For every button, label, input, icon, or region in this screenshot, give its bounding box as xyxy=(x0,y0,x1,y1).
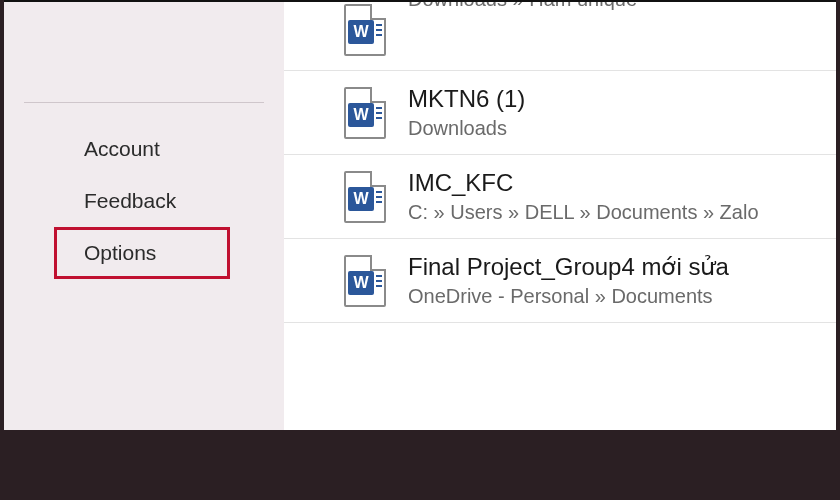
sidebar-item-account[interactable]: Account xyxy=(4,123,284,175)
document-row[interactable]: W Final Project_Group4 mới sửa OneDrive … xyxy=(284,239,836,323)
document-row[interactable]: W IMC_KFC C: » Users » DELL » Documents … xyxy=(284,155,836,239)
document-text: IMC_KFC C: » Users » DELL » Documents » … xyxy=(408,169,759,224)
document-row[interactable]: W Downloads » Hàm unique xyxy=(284,2,836,71)
sidebar-item-feedback[interactable]: Feedback xyxy=(4,175,284,227)
word-document-icon: W xyxy=(344,87,386,139)
word-document-icon: W xyxy=(344,4,386,56)
recent-documents-list: W Downloads » Hàm unique W MKTN6 (1) Dow… xyxy=(284,2,836,430)
document-path: Downloads xyxy=(408,117,525,140)
backstage-sidebar: Account Feedback Options xyxy=(4,2,284,430)
sidebar-item-options[interactable]: Options xyxy=(54,227,230,279)
document-title: IMC_KFC xyxy=(408,169,759,197)
document-title: Final Project_Group4 mới sửa xyxy=(408,253,729,281)
app-window: Account Feedback Options W Downloads » H… xyxy=(4,0,836,430)
sidebar-divider xyxy=(24,102,264,103)
sidebar-item-label: Feedback xyxy=(84,189,176,212)
word-document-icon: W xyxy=(344,171,386,223)
sidebar-item-label: Options xyxy=(84,241,156,264)
document-title: MKTN6 (1) xyxy=(408,85,525,113)
document-text: Downloads » Hàm unique xyxy=(408,2,637,11)
document-text: Final Project_Group4 mới sửa OneDrive - … xyxy=(408,253,729,308)
document-path: C: » Users » DELL » Documents » Zalo xyxy=(408,201,759,224)
sidebar-item-label: Account xyxy=(84,137,160,160)
document-path: Downloads » Hàm unique xyxy=(408,2,637,11)
document-text: MKTN6 (1) Downloads xyxy=(408,85,525,140)
sidebar-spacer xyxy=(4,42,284,102)
word-document-icon: W xyxy=(344,255,386,307)
document-row[interactable]: W MKTN6 (1) Downloads xyxy=(284,71,836,155)
document-path: OneDrive - Personal » Documents xyxy=(408,285,729,308)
